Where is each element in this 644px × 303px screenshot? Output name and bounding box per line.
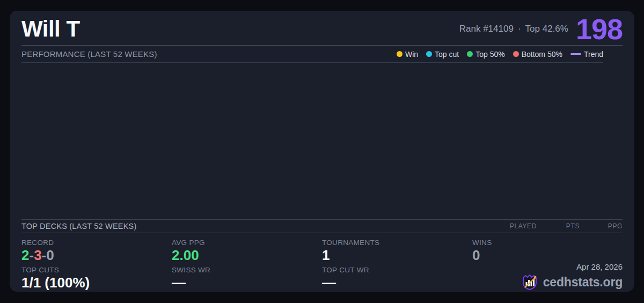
legend-label-top50: Top 50% — [475, 50, 504, 59]
legend-label-win: Win — [405, 50, 418, 59]
cedhstats-logo-icon — [521, 273, 539, 291]
legend-item-top-cut: Top cut — [426, 50, 459, 59]
column-header-ppg: PPG — [580, 222, 623, 230]
rank-text: Rank #14109 · Top 42.6% — [459, 24, 568, 34]
legend-item-trend: Trend — [570, 50, 603, 59]
trend-line-icon — [570, 53, 581, 55]
top-cut-wr-value: — — [322, 275, 472, 291]
player-name: Will T — [21, 18, 80, 40]
legend-item-win: Win — [397, 50, 418, 59]
top-percent: Top 42.6% — [525, 24, 568, 34]
stat-column-record: RECORD 2-3-0 TOP CUTS 1/1 (100%) — [21, 237, 172, 292]
top-decks-section-title: TOP DECKS (LAST 52 WEEKS) — [21, 222, 137, 230]
legend-item-top50: Top 50% — [467, 50, 504, 59]
top50-dot-icon — [467, 51, 473, 57]
wins-label: WINS — [472, 239, 623, 247]
stats-section: RECORD 2-3-0 TOP CUTS 1/1 (100%) AVG PPG… — [21, 233, 623, 292]
top-cuts-label: TOP CUTS — [21, 266, 172, 274]
bottom50-dot-icon — [513, 51, 519, 57]
tournaments-label: TOURNAMENTS — [322, 239, 472, 247]
top-cut-dot-icon — [426, 51, 432, 57]
swiss-wr-value: — — [172, 275, 322, 291]
performance-section-title: PERFORMANCE (LAST 52 WEEKS) — [21, 49, 157, 59]
record-wins: 2 — [21, 247, 29, 263]
record-draws: 0 — [46, 247, 54, 263]
rank-separator: · — [518, 24, 521, 34]
record-label: RECORD — [21, 239, 172, 247]
rank-number: Rank #14109 — [459, 24, 514, 34]
legend-label-bottom50: Bottom 50% — [522, 50, 562, 59]
generated-date: Apr 28, 2026 — [521, 262, 623, 271]
record-sep-2: - — [42, 247, 47, 263]
tournaments-value: 1 — [322, 248, 472, 263]
top-decks-header-row: TOP DECKS (LAST 52 WEEKS) PLAYED PTS PPG — [21, 219, 623, 233]
record-sep-1: - — [29, 247, 34, 263]
card-header: Will T Rank #14109 · Top 42.6% 198 — [21, 11, 623, 46]
legend-item-bottom50: Bottom 50% — [513, 50, 562, 59]
swiss-wr-label: SWISS WR — [172, 266, 322, 274]
player-points: 198 — [576, 16, 623, 42]
record-losses: 3 — [34, 247, 41, 263]
performance-header-row: PERFORMANCE (LAST 52 WEEKS) Win Top cut … — [21, 46, 603, 63]
chart-legend: Win Top cut Top 50% Bottom 50% Trend — [397, 50, 603, 59]
header-right: Rank #14109 · Top 42.6% 198 — [459, 16, 623, 42]
win-dot-icon — [397, 51, 402, 57]
player-stats-card: Will T Rank #14109 · Top 42.6% 198 PERFO… — [10, 11, 634, 292]
top-cuts-value: 1/1 (100%) — [21, 275, 172, 291]
top-cut-wr-label: TOP CUT WR — [322, 266, 472, 274]
legend-label-top-cut: Top cut — [435, 50, 459, 59]
performance-chart-plot-area — [21, 63, 623, 219]
legend-label-trend: Trend — [584, 50, 603, 59]
record-value: 2-3-0 — [21, 248, 172, 263]
wins-value: 0 — [472, 248, 623, 263]
avg-ppg-label: AVG PPG — [172, 239, 322, 247]
watermark: Apr 28, 2026 cedhstats.org — [521, 262, 623, 291]
stat-column-ppg: AVG PPG 2.00 SWISS WR — — [172, 237, 322, 292]
column-header-played: PLAYED — [494, 222, 537, 230]
avg-ppg-value: 2.00 — [172, 248, 322, 263]
stat-column-tournaments: TOURNAMENTS 1 TOP CUT WR — — [322, 237, 472, 292]
brand-row: cedhstats.org — [521, 273, 623, 291]
top-decks-column-headers: PLAYED PTS PPG — [494, 222, 623, 230]
column-header-pts: PTS — [537, 222, 580, 230]
site-name: cedhstats.org — [543, 275, 623, 290]
